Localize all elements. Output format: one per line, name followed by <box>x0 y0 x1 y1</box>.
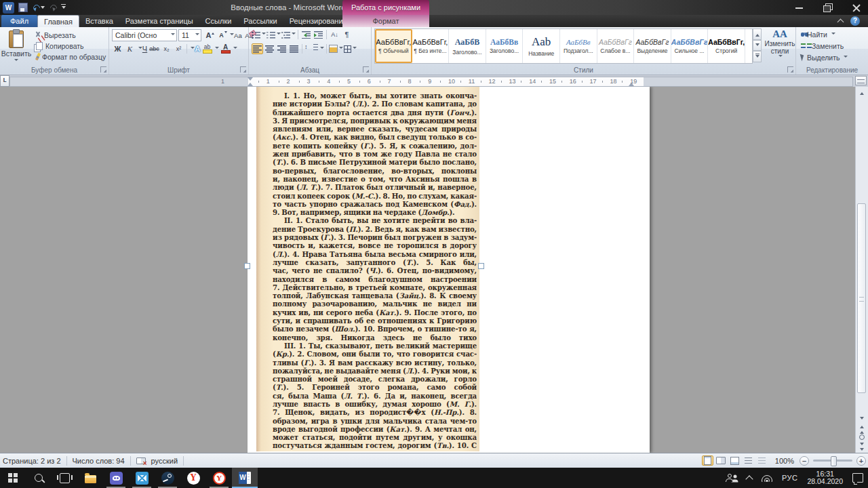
align-right-icon[interactable] <box>277 45 286 53</box>
text-effects-button[interactable] <box>189 43 201 54</box>
tab-Рассылки[interactable]: Рассылки <box>237 15 283 27</box>
word-count[interactable]: Число слов: 94 <box>73 457 125 465</box>
show-formatting-marks-button[interactable] <box>341 29 353 40</box>
dropdown-arrow-icon[interactable] <box>233 47 237 51</box>
dropdown-arrow-icon[interactable] <box>320 47 324 51</box>
save-icon[interactable] <box>18 3 28 12</box>
full-screen-reading-view-button[interactable] <box>715 455 727 466</box>
network-tray-button[interactable] <box>757 468 777 488</box>
undo-icon[interactable] <box>32 4 40 11</box>
ruler-toggle-button[interactable] <box>855 76 867 85</box>
change-case-button[interactable] <box>229 30 242 41</box>
align-center-icon[interactable] <box>265 45 274 53</box>
tab-Ссылки[interactable]: Ссылки <box>199 15 238 27</box>
sort-button[interactable] <box>329 29 340 40</box>
document-page[interactable]: I. 1. Но, может быть, вы хотите знать ок… <box>248 87 650 453</box>
style-item-Сильное[interactable]: АаБбВвГгСильное ... <box>671 29 709 63</box>
word-button[interactable] <box>232 468 258 488</box>
start-button[interactable] <box>0 468 26 488</box>
styles-dialog-launcher-icon[interactable] <box>787 66 793 73</box>
increase-indent-icon[interactable] <box>314 31 323 39</box>
decrease-indent-icon[interactable] <box>302 31 311 39</box>
bullets-icon[interactable] <box>252 31 260 39</box>
minimize-ribbon-icon[interactable] <box>836 17 845 24</box>
style-item-Выделение[interactable]: АаБбВвГгВыделение <box>634 29 671 63</box>
gallery-expand-button[interactable] <box>753 51 762 62</box>
italic-button[interactable] <box>124 43 136 54</box>
word-logo-icon[interactable]: W <box>3 2 14 14</box>
scroll-down-icon[interactable] <box>858 415 866 423</box>
numbering-icon[interactable] <box>267 31 275 39</box>
tab-Файл[interactable]: Файл <box>1 15 37 27</box>
zoom-slider-thumb[interactable] <box>831 456 837 466</box>
select-browse-object-icon[interactable] <box>859 434 865 440</box>
borders-icon[interactable] <box>344 45 351 53</box>
file-explorer-button[interactable] <box>77 468 103 488</box>
tab-Главная[interactable]: Главная <box>37 15 79 28</box>
style-item-Заголово[interactable]: АаБбВЗаголово... <box>449 29 486 63</box>
zoom-out-button[interactable]: – <box>800 456 809 466</box>
undo-dropdown-arrow-icon[interactable] <box>41 6 45 11</box>
highlight-color-button[interactable] <box>201 43 213 54</box>
horizontal-ruler[interactable]: 112345678910111213141516171819 <box>9 77 853 87</box>
action-center-button[interactable] <box>848 468 868 488</box>
tab-Вставка[interactable]: Вставка <box>79 15 119 27</box>
next-page-icon[interactable] <box>858 443 866 451</box>
shrink-font-button[interactable] <box>216 30 227 41</box>
multilevel-list-icon[interactable] <box>281 31 290 39</box>
format-painter-button[interactable]: Формат по образцу <box>34 52 106 62</box>
yandex-browser-2-button[interactable] <box>206 468 232 488</box>
scroll-up-icon[interactable] <box>858 88 866 96</box>
dropdown-arrow-icon[interactable] <box>215 47 219 51</box>
font-color-button[interactable] <box>220 43 231 54</box>
tab-Разметка страницы[interactable]: Разметка страницы <box>119 15 199 27</box>
font-dialog-launcher-icon[interactable] <box>240 66 246 73</box>
task-view-button[interactable] <box>52 468 77 488</box>
paragraph-dialog-launcher-icon[interactable] <box>363 66 369 73</box>
style-item-Обычный[interactable]: АаБбВвГг,¶ Обычный <box>375 29 412 63</box>
style-item-Безинте[interactable]: АаБбВвГг,¶ Без инте... <box>412 29 450 63</box>
cut-button[interactable]: Вырезать <box>34 30 76 40</box>
subscript-button[interactable] <box>161 43 172 54</box>
yandex-browser-button[interactable] <box>180 468 206 488</box>
grow-font-button[interactable] <box>203 30 214 41</box>
zoom-in-button[interactable]: + <box>856 456 866 466</box>
underline-button[interactable] <box>136 43 148 54</box>
left-indent-marker[interactable] <box>248 80 253 86</box>
customize-qat-icon[interactable] <box>61 4 66 12</box>
tab-stop-selector[interactable]: L <box>0 75 9 87</box>
style-item-Подзагол[interactable]: АаБбВвПодзагол... <box>560 29 597 63</box>
mail-app-button[interactable] <box>129 468 155 488</box>
page-indicator[interactable]: Страница: 2 из 2 <box>3 457 61 465</box>
people-tray-button[interactable] <box>721 468 742 488</box>
language-indicator[interactable]: русский <box>151 457 178 465</box>
close-button-icon[interactable] <box>849 2 864 13</box>
paste-button[interactable]: Вставить <box>2 28 31 69</box>
style-item-Название[interactable]: АаbНазвание <box>523 29 560 63</box>
zoom-level[interactable]: 100% <box>775 457 794 465</box>
superscript-button[interactable] <box>173 43 184 54</box>
minimize-button-icon[interactable] <box>792 2 807 13</box>
vertical-scrollbar[interactable] <box>855 87 868 453</box>
clipboard-dialog-launcher-icon[interactable] <box>100 66 106 73</box>
font-family-combo[interactable]: Calibri (Осно <box>112 29 177 41</box>
tab-format[interactable]: Формат <box>372 17 399 25</box>
gallery-scroll-down-button[interactable] <box>753 40 762 52</box>
scrollbar-thumb[interactable] <box>857 203 866 393</box>
previous-page-icon[interactable] <box>858 424 866 432</box>
style-item-Слабоев[interactable]: АаБбВвГгСлабое в... <box>597 29 635 63</box>
replace-button[interactable]: Заменить <box>801 41 844 51</box>
change-styles-button[interactable]: АА Изменить стили <box>765 28 795 70</box>
steam-button[interactable] <box>155 468 180 488</box>
shading-icon[interactable] <box>329 45 338 53</box>
clock[interactable]: 16:31 28.04.2020 <box>802 468 848 488</box>
line-spacing-button[interactable] <box>304 43 318 54</box>
bold-button[interactable] <box>112 43 123 54</box>
help-icon[interactable]: ? <box>850 16 860 26</box>
justify-icon[interactable] <box>290 45 298 53</box>
scanned-book-image[interactable]: I. 1. Но, может быть, вы хотите знать ок… <box>256 87 479 451</box>
language-tray-button[interactable]: РУС <box>777 468 803 488</box>
outline-view-button[interactable] <box>743 455 754 466</box>
resize-handle-right[interactable] <box>478 263 484 269</box>
right-indent-marker[interactable] <box>629 80 634 86</box>
